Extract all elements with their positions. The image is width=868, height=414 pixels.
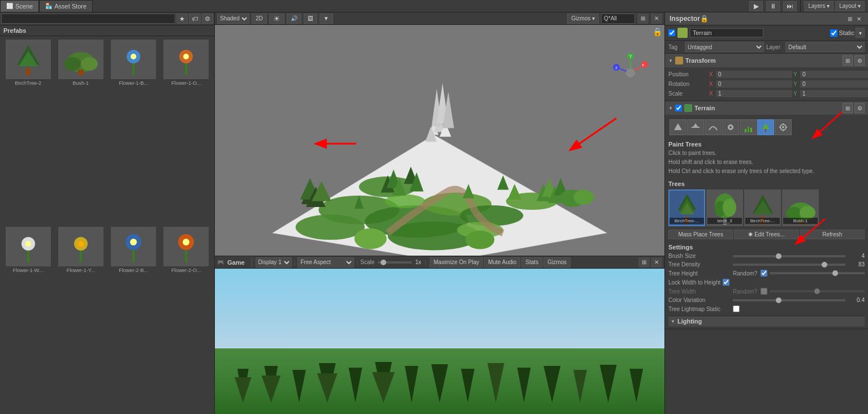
lighting-header[interactable]: ▼ Lighting (668, 316, 865, 326)
transform-header[interactable]: ▼ Transform ⊞ ⚙ (665, 54, 868, 67)
prefab-item-flower1y[interactable]: Flower-1-Y... (55, 226, 106, 412)
prefab-item-flower1o[interactable]: Flower-1-O... (161, 38, 212, 225)
sun-icon-button[interactable]: ☀ (269, 14, 284, 24)
svg-text:Y: Y (629, 54, 632, 58)
prefab-label-birchtree2: BirchTree-2 (15, 80, 41, 86)
game-close-button[interactable]: ✕ (651, 257, 662, 268)
gizmos-button[interactable]: Gizmos ▾ (567, 14, 599, 24)
inspector-lock-button[interactable]: 🔒 (700, 15, 709, 23)
2d-button[interactable]: 2D (252, 14, 267, 24)
tree-height-random-checkbox[interactable] (761, 270, 767, 277)
tree-density-slider[interactable] (733, 264, 845, 266)
audio-icon-button[interactable]: 🔊 (287, 14, 301, 24)
tree-lightmap-checkbox[interactable] (733, 305, 740, 312)
brush-size-row: Brush Size 4 (668, 252, 865, 260)
paint-height-button[interactable] (687, 119, 704, 135)
static-dropdown-button[interactable]: ▾ (856, 28, 865, 38)
game-maximize-button[interactable]: ⊞ (638, 257, 650, 268)
smooth-height-button[interactable] (705, 119, 722, 135)
search-scene-input[interactable] (601, 14, 635, 24)
svg-rect-102 (750, 128, 752, 132)
rot-x-input[interactable] (716, 80, 792, 88)
scene-close-button[interactable]: ✕ (651, 14, 662, 24)
mute-audio-button[interactable]: Mute Audio (484, 257, 520, 268)
svg-marker-93 (600, 365, 617, 403)
play-button[interactable]: ▶ (749, 1, 763, 11)
favorites-button[interactable]: ★ (176, 14, 188, 24)
brush-size-slider[interactable] (733, 255, 845, 257)
tab-scene[interactable]: ⬜ Scene (0, 0, 39, 12)
game-gizmos-button[interactable]: Gizmos (543, 257, 571, 268)
maximize-on-play-button[interactable]: Maximize On Play (430, 257, 483, 268)
terrain-active-checkbox[interactable] (675, 105, 682, 111)
edit-trees-button[interactable]: ✱ Edit Trees... (734, 230, 798, 239)
tag-filter-button[interactable]: 🏷 (189, 14, 201, 24)
tree-thumb-birch2[interactable]: BirchTree-... (744, 189, 781, 226)
paint-texture-button[interactable] (722, 119, 739, 135)
prefabs-search-input[interactable] (1, 14, 175, 24)
shading-select[interactable]: Shaded (217, 14, 249, 24)
static-checkbox[interactable] (830, 29, 837, 37)
svg-rect-100 (745, 129, 746, 132)
aspect-select[interactable]: Free Aspect (297, 257, 354, 268)
color-variation-slider[interactable] (733, 299, 845, 301)
pos-x-input[interactable] (716, 71, 792, 78)
layout-button[interactable]: Layout ▾ (835, 1, 865, 11)
prefab-label-flower1w: Flower-1-W... (13, 268, 44, 273)
prefab-item-birchtree2[interactable]: BirchTree-2 (2, 38, 54, 225)
prefab-item-bush1[interactable]: Bush-1 (55, 38, 106, 225)
mass-place-trees-button[interactable]: Mass Place Trees (668, 230, 733, 239)
transform-rect-button[interactable]: ⊞ (843, 55, 853, 66)
transform-gear-button[interactable]: ⚙ (854, 55, 865, 66)
tree-width-random-label: Random? (733, 288, 757, 295)
tree-thumb-birch3[interactable]: birch_3 (706, 189, 743, 226)
display-select[interactable]: Display 1 (256, 257, 292, 268)
prefab-item-flower1b[interactable]: Flower-1-B... (108, 38, 159, 225)
svg-marker-91 (543, 366, 560, 403)
rot-y-input[interactable] (800, 80, 868, 88)
inspector-maximize-button[interactable]: ⊞ (845, 14, 854, 23)
tree-width-random-checkbox[interactable] (761, 288, 767, 295)
pause-button[interactable]: ⏸ (766, 1, 780, 11)
tree-thumb-birch1[interactable]: BirchTree-... (668, 189, 705, 226)
scale-y-input[interactable] (800, 90, 868, 97)
tag-layer-row: Tag Untagged Layer Default (665, 41, 868, 54)
inspector-close-button[interactable]: ✕ (854, 14, 863, 23)
raise-terrain-button[interactable] (670, 119, 686, 135)
terrain-component: ▼ Terrain ⊞ ⚙ (665, 101, 868, 329)
pos-x-row: X (709, 71, 792, 78)
object-active-checkbox[interactable] (668, 29, 675, 36)
tree-height-slider[interactable] (770, 272, 865, 274)
tree-width-slider[interactable] (770, 290, 865, 292)
scale-slider[interactable] (378, 261, 412, 264)
tree-density-label: Tree Density (668, 261, 731, 268)
layers-button[interactable]: Layers ▾ (804, 1, 834, 11)
tab-asset-store[interactable]: 🏪 Asset Store (39, 0, 93, 12)
scale-label: Scale (360, 259, 374, 265)
effects-icon-button[interactable]: 🖼 (304, 14, 317, 24)
paint-trees-button[interactable] (757, 119, 774, 135)
pos-y-input[interactable] (800, 71, 868, 78)
svg-marker-79 (261, 376, 280, 403)
step-button[interactable]: ⏭ (783, 1, 797, 11)
layer-select[interactable]: Default (785, 42, 865, 52)
object-name-field[interactable] (690, 28, 763, 37)
scene-tab-label: Scene (15, 3, 33, 10)
prefab-item-flower1w[interactable]: Flower-1-W... (2, 226, 54, 412)
scale-x-input[interactable] (716, 90, 792, 97)
rotation-label: Rotation (668, 81, 708, 87)
stats-button[interactable]: Stats (521, 257, 542, 268)
scale-value: 1x (415, 259, 421, 265)
scene-maximize-button[interactable]: ⊞ (637, 14, 649, 24)
settings-filter-button[interactable]: ⚙ (202, 14, 213, 24)
terrain-gear-button[interactable]: ⚙ (854, 103, 865, 113)
terrain-settings-button[interactable] (775, 119, 792, 135)
scale-y-axis: Y (793, 90, 799, 97)
prefab-item-flower2b[interactable]: Flower-2-B... (108, 226, 159, 412)
rot-x-axis: X (709, 81, 715, 87)
hidden-layers-button[interactable]: ▼ (319, 14, 333, 24)
prefab-item-flower2o[interactable]: Flower-2-O... (161, 226, 212, 412)
tag-select[interactable]: Untagged (685, 42, 764, 52)
lock-width-checkbox[interactable] (723, 279, 729, 286)
paint-details-button[interactable] (740, 119, 757, 135)
